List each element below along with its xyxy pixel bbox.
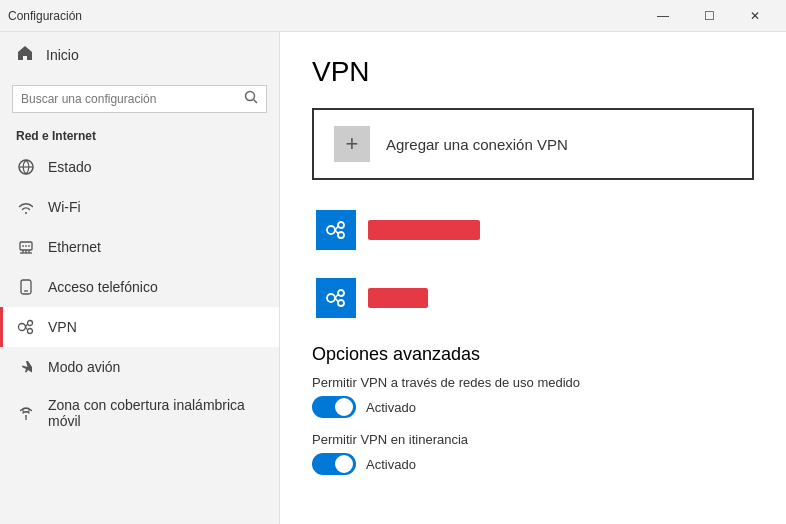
app-title: Configuración [8, 9, 82, 23]
toggle1-label: Activado [366, 400, 416, 415]
vpn-connection-1[interactable]: ██████████ [312, 200, 754, 260]
option1-label: Permitir VPN a través de redes de uso me… [312, 375, 754, 390]
search-icon [244, 90, 258, 108]
vpn-connection-icon-2 [316, 278, 356, 318]
ethernet-icon [16, 237, 36, 257]
page-title: VPN [312, 56, 754, 88]
svg-point-28 [338, 300, 344, 306]
plus-icon: + [346, 131, 359, 157]
add-vpn-card[interactable]: + Agregar una conexión VPN [312, 108, 754, 180]
avion-label: Modo avión [48, 359, 120, 375]
svg-point-21 [327, 226, 335, 234]
zona-label: Zona con cobertura inalámbrica móvil [48, 397, 263, 429]
title-bar-controls: — ☐ ✕ [640, 0, 778, 32]
svg-point-22 [338, 222, 344, 228]
vpn-name-2: █████ [368, 288, 428, 308]
search-box[interactable] [12, 85, 267, 113]
vpn-connection-2[interactable]: █████ [312, 268, 754, 328]
svg-point-26 [327, 294, 335, 302]
title-bar-left: Configuración [8, 9, 82, 23]
wifi-label: Wi-Fi [48, 199, 81, 215]
svg-point-14 [19, 324, 26, 331]
toggle-1[interactable] [312, 396, 356, 418]
wifi-icon [16, 197, 36, 217]
svg-point-15 [28, 321, 33, 326]
title-bar: Configuración — ☐ ✕ [0, 0, 786, 32]
vpn-name-1: ██████████ [368, 220, 480, 240]
svg-line-18 [26, 327, 28, 330]
minimize-button[interactable]: — [640, 0, 686, 32]
section-header: Red e Internet [0, 121, 279, 147]
globe-icon [16, 157, 36, 177]
svg-point-23 [338, 232, 344, 238]
app-container: Inicio Red e Internet Esta [0, 32, 786, 524]
vpn-connection-icon-1 [316, 210, 356, 250]
svg-point-0 [246, 92, 255, 101]
vpn-label: VPN [48, 319, 77, 335]
advanced-section-title: Opciones avanzadas [312, 344, 754, 365]
sidebar-item-estado[interactable]: Estado [0, 147, 279, 187]
svg-line-1 [254, 100, 258, 104]
phone-icon [16, 277, 36, 297]
svg-line-17 [26, 324, 28, 327]
sidebar: Inicio Red e Internet Esta [0, 32, 280, 524]
toggle-2[interactable] [312, 453, 356, 475]
svg-point-16 [28, 329, 33, 334]
main-content: VPN + Agregar una conexión VPN █████████… [280, 32, 786, 524]
svg-point-27 [338, 290, 344, 296]
option2-label: Permitir VPN en itinerancia [312, 432, 754, 447]
sidebar-item-ethernet[interactable]: Ethernet [0, 227, 279, 267]
sidebar-item-wifi[interactable]: Wi-Fi [0, 187, 279, 227]
acceso-label: Acceso telefónico [48, 279, 158, 295]
home-icon [16, 44, 34, 65]
maximize-button[interactable]: ☐ [686, 0, 732, 32]
inicio-label: Inicio [46, 47, 79, 63]
search-input[interactable] [21, 92, 238, 106]
ethernet-label: Ethernet [48, 239, 101, 255]
add-icon-box: + [334, 126, 370, 162]
toggle2-label: Activado [366, 457, 416, 472]
sidebar-item-avion[interactable]: Modo avión [0, 347, 279, 387]
toggle-row-2: Activado [312, 453, 754, 475]
sidebar-item-zona[interactable]: Zona con cobertura inalámbrica móvil [0, 387, 279, 439]
estado-label: Estado [48, 159, 92, 175]
add-vpn-label: Agregar una conexión VPN [386, 136, 568, 153]
sidebar-item-acceso[interactable]: Acceso telefónico [0, 267, 279, 307]
toggle-row-1: Activado [312, 396, 754, 418]
sidebar-item-vpn[interactable]: VPN [0, 307, 279, 347]
mobile-hotspot-icon [16, 403, 36, 423]
svg-rect-12 [21, 280, 31, 294]
vpn-icon [16, 317, 36, 337]
close-button[interactable]: ✕ [732, 0, 778, 32]
airplane-icon [16, 357, 36, 377]
sidebar-item-inicio[interactable]: Inicio [0, 32, 279, 77]
